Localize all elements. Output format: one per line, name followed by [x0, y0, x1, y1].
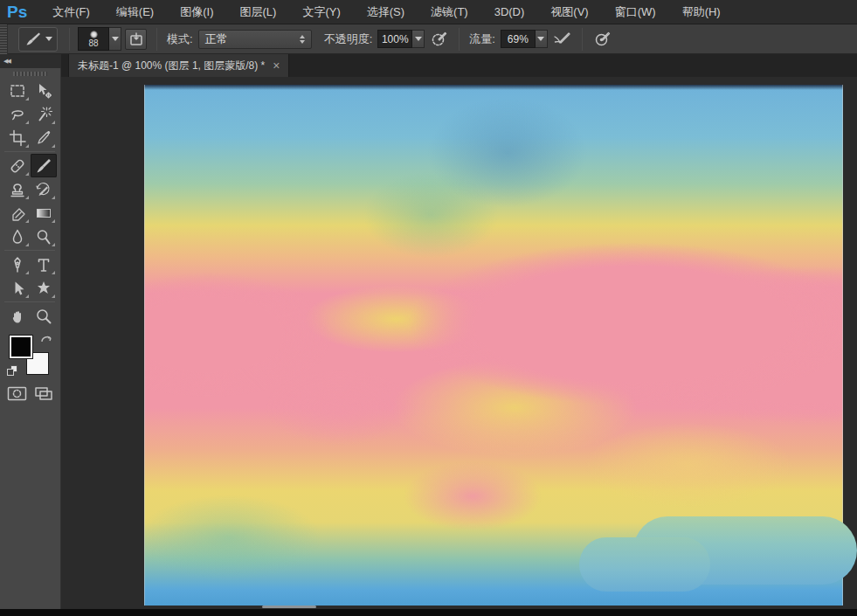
menu-edit[interactable]: 编辑(E): [103, 0, 167, 24]
gradient-tool-button[interactable]: [31, 201, 57, 225]
brush-tool-icon: [24, 30, 43, 49]
dodge-tool-button[interactable]: [31, 225, 57, 248]
flow-field[interactable]: 69%: [501, 30, 548, 48]
flow-dropdown-button[interactable]: [536, 30, 548, 48]
screen-mode-button[interactable]: [34, 386, 54, 401]
rectangular-marquee-tool-button[interactable]: [4, 79, 31, 102]
scrollbar-thumb[interactable]: [262, 606, 316, 608]
opacity-dropdown-button[interactable]: [412, 30, 425, 48]
cloud-brush-stroke: [633, 516, 857, 585]
photoshop-window: Ps 文件(F) 编辑(E) 图像(I) 图层(L) 文字(Y) 选择(S) 滤…: [0, 0, 857, 616]
hand-icon: [8, 307, 27, 326]
pressure-size-icon: [593, 30, 612, 48]
crop-tool-button[interactable]: [4, 126, 31, 149]
opacity-value[interactable]: 100%: [377, 30, 412, 48]
airbrush-button[interactable]: [550, 29, 573, 50]
magic-wand-tool-button[interactable]: [31, 102, 57, 126]
blur-drop-icon: [8, 227, 27, 246]
panel-grip[interactable]: [13, 72, 48, 76]
swap-colors-icon[interactable]: [40, 334, 53, 346]
quick-mask-button[interactable]: [7, 386, 27, 401]
magic-wand-icon: [34, 105, 53, 124]
tool-group-separator: [4, 250, 55, 251]
options-bar: 88 模式: 正常 不透明度: 100%: [0, 24, 857, 54]
foreground-color-swatch[interactable]: [10, 336, 32, 358]
zoom-icon: [34, 307, 53, 326]
eraser-icon: [8, 204, 27, 223]
menu-window[interactable]: 窗口(W): [602, 0, 669, 24]
history-brush-tool-button[interactable]: [31, 177, 57, 201]
separator: [582, 28, 583, 51]
color-swatches: [5, 334, 56, 377]
quick-mask-icon: [7, 386, 27, 401]
eraser-tool-button[interactable]: [4, 201, 31, 225]
flow-value[interactable]: 69%: [501, 30, 536, 48]
brush-preset-dropdown-button[interactable]: [109, 27, 121, 51]
tablet-pressure-opacity-button[interactable]: [427, 29, 450, 50]
pen-tool-button[interactable]: [4, 253, 31, 276]
clone-stamp-tool-button[interactable]: [4, 177, 31, 201]
menu-type[interactable]: 文字(Y): [289, 0, 353, 24]
spot-healing-brush-tool-button[interactable]: [4, 154, 31, 177]
opacity-field[interactable]: 100%: [377, 30, 425, 48]
options-bar-grip[interactable]: [0, 24, 8, 54]
mask-mode-row: [7, 386, 54, 401]
history-brush-icon: [34, 180, 53, 199]
updown-arrows-icon: [300, 35, 305, 44]
canvas-wrap: [144, 85, 843, 606]
brush-tip-icon: [90, 31, 98, 38]
gradient-icon: [34, 204, 53, 223]
separator: [69, 28, 70, 51]
lasso-tool-button[interactable]: [4, 102, 31, 126]
brush-icon: [34, 156, 53, 176]
brush-preview: 88: [78, 27, 109, 51]
mode-select[interactable]: 正常: [198, 30, 312, 49]
path-selection-tool-button[interactable]: [4, 276, 31, 300]
window-bottom-edge: [0, 609, 857, 616]
tablet-pressure-size-button[interactable]: [591, 29, 614, 50]
separator: [156, 28, 157, 51]
document-area: [61, 77, 857, 609]
zoom-tool-button[interactable]: [31, 304, 57, 328]
document-tab[interactable]: 未标题-1 @ 100% (图层 1, 图层蒙版/8) * ×: [68, 54, 289, 77]
menu-items: 文件(F) 编辑(E) 图像(I) 图层(L) 文字(Y) 选择(S) 滤镜(T…: [39, 0, 733, 24]
type-icon: [34, 255, 53, 274]
chevron-down-icon: [45, 37, 52, 41]
tools-panel: [0, 68, 61, 609]
chevron-down-icon: [537, 37, 544, 41]
brush-panel-icon: [128, 31, 144, 47]
menu-file[interactable]: 文件(F): [39, 0, 103, 24]
hand-tool-button[interactable]: [4, 304, 31, 328]
photoshop-logo: Ps: [0, 3, 39, 22]
brush-tool-button[interactable]: [31, 154, 57, 177]
menu-3d[interactable]: 3D(D): [481, 0, 538, 24]
menu-filter[interactable]: 滤镜(T): [418, 0, 481, 24]
brush-preset-picker[interactable]: 88: [78, 27, 121, 51]
chevron-down-icon: [415, 37, 422, 41]
mode-label: 模式:: [167, 31, 193, 47]
tool-group-separator: [4, 151, 55, 152]
toggle-brush-panel-button[interactable]: [125, 29, 147, 50]
menu-layer[interactable]: 图层(L): [226, 0, 289, 24]
menu-view[interactable]: 视图(V): [537, 0, 601, 24]
move-tool-button[interactable]: [31, 79, 57, 102]
selection-arrow-icon: [8, 279, 27, 298]
document-tab-bar: 未标题-1 @ 100% (图层 1, 图层蒙版/8) * ×: [61, 54, 857, 77]
collapse-panel-button[interactable]: ◀◀: [0, 54, 61, 68]
close-icon[interactable]: ×: [273, 60, 280, 71]
menu-select[interactable]: 选择(S): [354, 0, 418, 24]
eyedropper-tool-button[interactable]: [31, 126, 57, 149]
crop-icon: [8, 128, 27, 148]
blur-tool-button[interactable]: [4, 225, 31, 248]
type-tool-button[interactable]: [31, 253, 57, 276]
separator: [459, 28, 460, 51]
menu-image[interactable]: 图像(I): [167, 0, 226, 24]
dodge-icon: [34, 227, 53, 246]
eyedropper-icon: [34, 128, 53, 148]
menu-bar: Ps 文件(F) 编辑(E) 图像(I) 图层(L) 文字(Y) 选择(S) 滤…: [0, 0, 857, 24]
tool-preset-picker[interactable]: [18, 27, 58, 52]
menu-help[interactable]: 帮助(H): [669, 0, 734, 24]
default-colors-button[interactable]: [7, 365, 18, 377]
custom-shape-tool-button[interactable]: [31, 276, 57, 300]
opacity-label: 不透明度:: [324, 31, 373, 47]
